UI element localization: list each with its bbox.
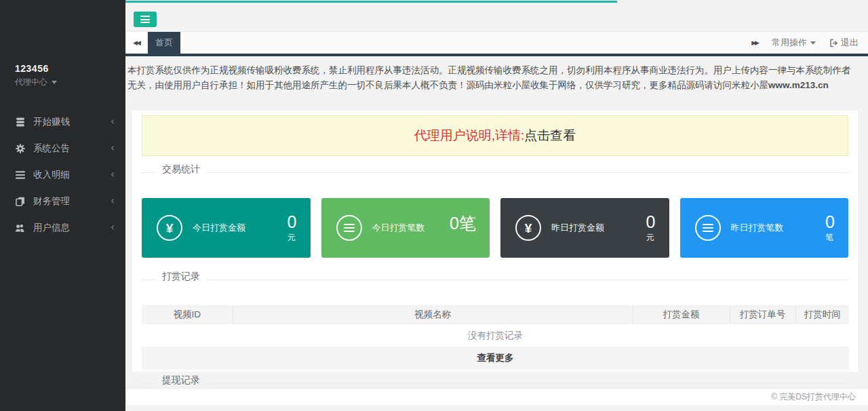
stat-card-value: 0	[646, 212, 656, 232]
column-video-id: 视频ID	[142, 305, 233, 324]
double-chevron-left-icon: ◀◀	[133, 39, 140, 46]
main-area: ◀◀ 首页 ▶▶ 常用操作 退出 本打赏系统仅供作为正规视频传输吸粉收费系统，禁…	[125, 0, 868, 411]
content-panel: 代理用户说明,详情: 点击查看 交易统计 ¥ 今日打赏金额 0 元 今日打赏笔数…	[132, 111, 858, 372]
role-label: 代理中心	[15, 77, 47, 88]
logout-button[interactable]: 退出	[829, 37, 859, 49]
section-title-withdrawals: 提现记录	[142, 374, 848, 387]
yen-circle-icon: ¥	[515, 215, 541, 241]
empty-records-text: 没有打赏记录	[142, 324, 849, 347]
section-title-rewards: 打赏记录	[142, 271, 848, 283]
sidebar-item-start-earning[interactable]: 开始赚钱 ‹	[0, 109, 125, 135]
tab-home[interactable]: 首页	[148, 32, 180, 54]
stat-card-unit: 笔	[825, 232, 835, 243]
column-reward-time: 打赏时间	[795, 305, 849, 324]
disclaimer-text: 本打赏系统仅供作为正规视频传输吸粉收费系统，禁止利用程序从事违法活动。正规视频传…	[127, 63, 856, 94]
database-icon	[15, 117, 25, 127]
chevron-left-icon: ‹	[111, 170, 115, 180]
stat-card-unit	[450, 233, 476, 242]
tabbar-right-controls: ▶▶ 常用操作 退出	[751, 32, 868, 54]
role-dropdown[interactable]: 代理中心	[15, 77, 125, 88]
sidebar-item-income-detail[interactable]: 收入明细 ‹	[0, 161, 125, 188]
agent-notice-banner: 代理用户说明,详情: 点击查看	[142, 115, 848, 156]
sidebar-item-system-notice[interactable]: 系统公告 ‹	[0, 135, 125, 161]
sign-out-icon	[829, 39, 838, 47]
loading-progress-bar	[125, 1, 617, 3]
rewards-table-header-row: 视频ID 视频名称 打赏金额 打赏订单号 打赏时间	[142, 305, 849, 324]
tabs-scroll-left-button[interactable]: ◀◀	[125, 32, 148, 54]
stat-card-yesterday-amount: ¥ 昨日打赏金额 0 元	[500, 198, 669, 258]
notice-highlight: 代理用户说明,详情:	[414, 127, 525, 144]
tab-label: 首页	[155, 37, 173, 49]
copyright-text: © 完美DS打赏代理中心	[771, 392, 856, 402]
rewards-table: 视频ID 视频名称 打赏金额 打赏订单号 打赏时间 没有打赏记录 查看更多	[142, 305, 849, 370]
caret-down-icon	[52, 81, 57, 84]
sidebar-item-user-info[interactable]: 用户信息 ‹	[0, 214, 125, 241]
stat-card-yesterday-count: 昨日打赏笔数 0 笔	[680, 198, 849, 258]
chevron-left-icon: ‹	[111, 143, 115, 153]
files-icon	[15, 196, 25, 206]
sidebar: 123456 代理中心 开始赚钱 ‹	[0, 0, 125, 411]
table-row-empty: 没有打赏记录	[142, 324, 849, 347]
stat-cards-row: ¥ 今日打赏金额 0 元 今日打赏笔数 0笔 ¥ 昨日打赏金额 0	[142, 198, 848, 258]
top-header	[125, 0, 868, 32]
common-operations-label: 常用操作	[772, 37, 807, 49]
caret-down-icon	[810, 41, 816, 45]
stat-card-label: 今日打赏金额	[193, 222, 245, 234]
column-reward-amount: 打赏金额	[633, 305, 730, 324]
sidebar-item-label: 系统公告	[33, 142, 111, 155]
view-more-link[interactable]: 查看更多	[142, 347, 849, 370]
disclaimer-site-link: www.m213.cn	[768, 80, 829, 90]
column-video-name: 视频名称	[233, 305, 633, 324]
stat-card-today-amount: ¥ 今日打赏金额 0 元	[142, 198, 311, 258]
sidebar-item-finance[interactable]: 财务管理 ‹	[0, 188, 125, 214]
stat-card-value: 0	[825, 212, 835, 232]
sidebar-item-label: 财务管理	[33, 195, 111, 208]
list-circle-icon	[336, 215, 362, 241]
footer: © 完美DS打赏代理中心	[125, 388, 868, 405]
table-row-view-more[interactable]: 查看更多	[142, 347, 849, 370]
users-icon	[15, 222, 25, 233]
tab-bar: ◀◀ 首页 ▶▶ 常用操作 退出	[125, 32, 868, 56]
sidebar-nav: 开始赚钱 ‹ 系统公告 ‹	[0, 109, 125, 241]
stat-card-value: 0笔	[450, 214, 476, 233]
common-operations-dropdown[interactable]: 常用操作	[772, 37, 816, 49]
chevron-left-icon: ‹	[111, 196, 115, 206]
stat-card-label: 昨日打赏笔数	[731, 222, 784, 234]
stat-card-label: 今日打赏笔数	[372, 222, 425, 234]
user-block: 123456 代理中心	[0, 0, 125, 88]
menu-toggle-button[interactable]	[134, 12, 157, 27]
username: 123456	[15, 63, 125, 74]
notice-view-link[interactable]: 点击查看	[524, 127, 576, 144]
list-circle-icon	[695, 215, 721, 241]
stat-card-today-count: 今日打赏笔数 0笔	[321, 198, 490, 258]
chevron-left-icon: ‹	[111, 222, 115, 233]
sidebar-item-label: 开始赚钱	[33, 116, 111, 128]
sidebar-item-label: 用户信息	[33, 222, 111, 234]
yen-circle-icon: ¥	[157, 215, 182, 241]
stat-card-unit: 元	[288, 232, 297, 243]
gear-icon	[15, 143, 25, 153]
stat-card-label: 昨日打赏金额	[551, 222, 604, 234]
stat-card-unit: 元	[646, 232, 656, 243]
stat-card-value: 0	[288, 212, 297, 232]
column-order-no: 打赏订单号	[730, 305, 795, 324]
chevron-left-icon: ‹	[111, 117, 115, 127]
logout-label: 退出	[841, 37, 859, 49]
tabs-scroll-right-button[interactable]: ▶▶	[751, 39, 758, 46]
section-title-stats: 交易统计	[142, 163, 848, 176]
sidebar-item-label: 收入明细	[33, 169, 111, 181]
list-icon	[15, 170, 25, 180]
